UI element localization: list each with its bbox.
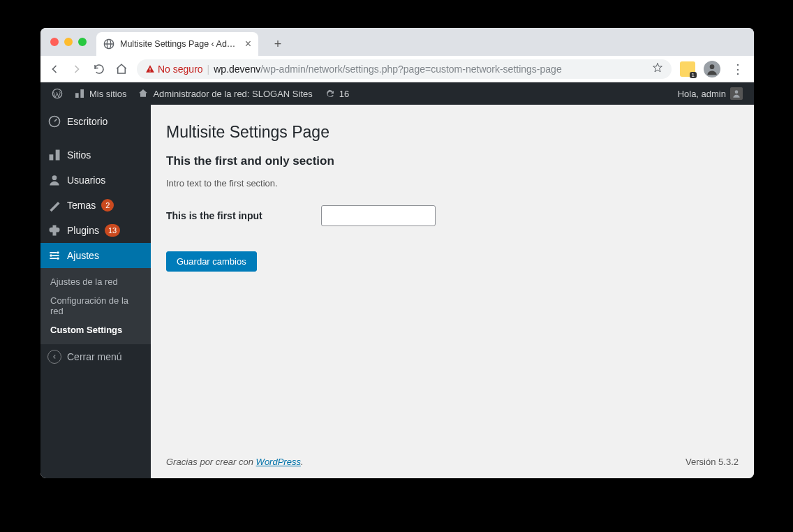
- adminbar-wordpress-logo[interactable]: [46, 82, 68, 105]
- svg-rect-12: [50, 258, 57, 259]
- form-row: This is the first input: [166, 205, 739, 226]
- svg-point-15: [57, 258, 59, 260]
- adminbar-my-sites-label: Mis sitios: [89, 89, 126, 99]
- wp-footer: Gracias por crear con WordPress. Versión…: [166, 443, 739, 467]
- adminbar-network-admin[interactable]: Administrador de la red: SLOGAN Sites: [132, 82, 318, 105]
- sidebar-item-dashboard[interactable]: Escritorio: [40, 109, 151, 134]
- adminbar-greeting: Hola, admin: [678, 89, 726, 99]
- page-title: Multisite Settings Page: [166, 123, 739, 142]
- plugins-icon: [47, 223, 61, 237]
- update-badge: 2: [101, 199, 114, 212]
- adminbar-updates-count: 16: [339, 89, 349, 99]
- close-tab-button[interactable]: ×: [245, 38, 251, 50]
- sidebar-item-label: Ajustes: [67, 250, 99, 261]
- browser-window: Multisite Settings Page ‹ Adminis… × + N…: [40, 28, 754, 478]
- submenu-network-settings[interactable]: Ajustes de la red: [40, 272, 151, 291]
- sidebar-item-themes[interactable]: Temas 2: [40, 193, 151, 218]
- wp-body: Escritorio Sitios Usuarios Temas 2: [40, 105, 754, 478]
- adminbar-account[interactable]: Hola, admin: [672, 82, 748, 105]
- home-button[interactable]: [114, 62, 128, 76]
- wordpress-app: Mis sitios Administrador de la red: SLOG…: [40, 82, 754, 478]
- sidebar-item-label: Sitios: [67, 149, 91, 161]
- submenu-custom-settings[interactable]: Custom Settings: [40, 320, 151, 339]
- minimize-window-button[interactable]: [64, 38, 73, 46]
- sidebar-item-sites[interactable]: Sitios: [40, 142, 151, 168]
- settings-submenu: Ajustes de la red Configuración de la re…: [40, 268, 151, 343]
- window-controls: [50, 38, 87, 46]
- bookmark-button[interactable]: [652, 62, 663, 75]
- back-button[interactable]: [47, 62, 61, 76]
- address-bar[interactable]: No seguro | wp.devenv/wp-admin/network/s…: [137, 59, 672, 79]
- svg-rect-4: [149, 71, 150, 71]
- footer-thanks-suffix: .: [301, 457, 304, 467]
- wp-admin-bar: Mis sitios Administrador de la red: SLOG…: [40, 82, 754, 105]
- not-secure-label: No seguro: [158, 64, 203, 75]
- update-badge: 13: [105, 224, 120, 237]
- sites-icon: [74, 88, 85, 99]
- sidebar-item-label: Escritorio: [67, 116, 108, 127]
- sidebar-item-plugins[interactable]: Plugins 13: [40, 218, 151, 243]
- url-path: /wp-admin/network/settings.php?page=cust…: [260, 64, 562, 75]
- footer-thanks-prefix: Gracias por crear con: [166, 457, 256, 467]
- svg-point-13: [57, 251, 59, 253]
- save-button[interactable]: Guardar cambios: [166, 251, 257, 272]
- settings-icon: [47, 249, 61, 263]
- collapse-menu-label: Cerrar menú: [67, 351, 122, 362]
- warning-icon: [145, 64, 155, 74]
- section-intro: Intro text to the first section.: [166, 178, 739, 189]
- security-indicator[interactable]: No seguro: [145, 64, 203, 75]
- tab-strip: Multisite Settings Page ‹ Adminis… × +: [40, 28, 754, 56]
- dashboard-icon: [47, 114, 61, 128]
- forward-button[interactable]: [70, 62, 84, 76]
- wordpress-icon: [52, 88, 63, 99]
- profile-avatar[interactable]: [704, 61, 720, 77]
- browser-menu-button[interactable]: ⋮: [729, 61, 747, 77]
- reload-button[interactable]: [92, 62, 106, 76]
- address-divider: |: [207, 64, 210, 75]
- user-avatar-icon: [730, 87, 743, 100]
- browser-toolbar: No seguro | wp.devenv/wp-admin/network/s…: [40, 56, 754, 82]
- appearance-icon: [47, 198, 61, 212]
- sidebar-item-settings[interactable]: Ajustes: [40, 243, 151, 268]
- close-window-button[interactable]: [50, 38, 59, 46]
- footer-thanks: Gracias por crear con WordPress.: [166, 457, 304, 467]
- adminbar-network-admin-label: Administrador de la red: SLOGAN Sites: [153, 89, 312, 99]
- svg-point-14: [50, 254, 52, 256]
- submenu-network-config[interactable]: Configuración de la red: [40, 291, 151, 320]
- url-text: wp.devenv/wp-admin/network/settings.php?…: [214, 64, 561, 75]
- tab-title: Multisite Settings Page ‹ Adminis…: [120, 39, 239, 49]
- svg-rect-3: [149, 68, 150, 70]
- adminbar-my-sites[interactable]: Mis sitios: [68, 82, 132, 105]
- svg-point-5: [710, 64, 715, 69]
- footer-version: Versión 5.3.2: [685, 457, 739, 467]
- svg-rect-11: [52, 255, 59, 256]
- users-icon: [47, 173, 61, 187]
- extension-badge[interactable]: [680, 61, 695, 77]
- browser-tab[interactable]: Multisite Settings Page ‹ Adminis… ×: [96, 32, 258, 56]
- maximize-window-button[interactable]: [78, 38, 87, 46]
- collapse-menu-button[interactable]: Cerrar menú: [40, 343, 151, 369]
- globe-icon: [103, 38, 114, 50]
- adminbar-updates[interactable]: 16: [318, 82, 355, 105]
- collapse-icon: [47, 350, 61, 364]
- sidebar-item-label: Usuarios: [67, 175, 105, 186]
- new-tab-button[interactable]: +: [268, 34, 288, 54]
- url-host: wp.devenv: [214, 64, 260, 75]
- sidebar-item-users[interactable]: Usuarios: [40, 168, 151, 193]
- sidebar-item-label: Plugins: [67, 225, 99, 236]
- input-label: This is the first input: [166, 210, 321, 221]
- svg-point-7: [735, 90, 739, 94]
- admin-sidebar: Escritorio Sitios Usuarios Temas 2: [40, 105, 151, 478]
- sidebar-item-label: Temas: [67, 200, 96, 211]
- section-title: This the first and only section: [166, 154, 739, 168]
- sites-icon: [47, 148, 61, 162]
- first-input[interactable]: [321, 205, 436, 226]
- home-icon: [138, 88, 149, 99]
- svg-rect-10: [50, 252, 57, 253]
- svg-point-9: [52, 175, 57, 180]
- footer-wordpress-link[interactable]: WordPress: [256, 457, 301, 467]
- update-icon: [324, 88, 335, 99]
- content-area: Multisite Settings Page This the first a…: [151, 105, 754, 478]
